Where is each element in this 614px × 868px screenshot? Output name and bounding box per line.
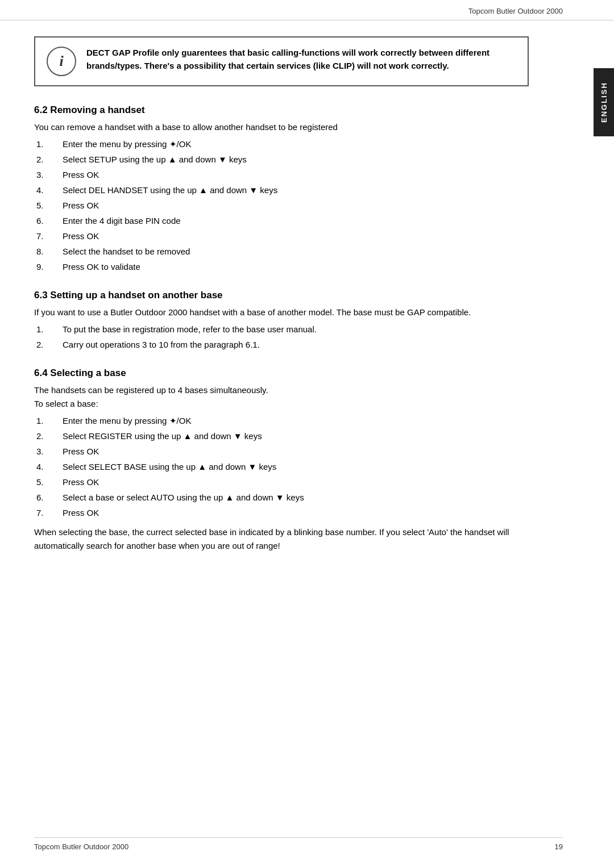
list-item: 7. Press OK <box>34 229 529 243</box>
step-text: Press OK to validate <box>63 260 529 274</box>
step-text: Press OK <box>63 506 529 520</box>
list-item: 4. Select SELECT BASE using the up ▲ and… <box>34 460 529 474</box>
step-text: Enter the 4 digit base PIN code <box>63 214 529 228</box>
section-6-2: 6.2 Removing a handset You can remove a … <box>34 105 529 274</box>
step-number: 7. <box>34 229 63 243</box>
step-text: To put the base in registration mode, re… <box>63 323 529 336</box>
step-number: 6. <box>34 214 63 228</box>
language-tab: ENGLISH <box>594 68 614 136</box>
step-number: 5. <box>34 475 63 489</box>
page-container: Topcom Butler Outdoor 2000 ENGLISH i DEC… <box>0 0 614 868</box>
step-text: Enter the menu by pressing ✦/OK <box>63 414 529 428</box>
section-6-3-heading: 6.3 Setting up a handset on another base <box>34 290 529 301</box>
step-text: Carry out operations 3 to 10 from the pa… <box>63 338 529 352</box>
step-number: 2. <box>34 153 63 166</box>
top-header: Topcom Butler Outdoor 2000 <box>0 0 614 20</box>
list-item: 7. Press OK <box>34 506 529 520</box>
list-item: 3. Press OK <box>34 445 529 458</box>
step-number: 4. <box>34 183 63 197</box>
step-number: 2. <box>34 338 63 352</box>
footer-right: 19 <box>555 842 563 851</box>
list-item: 6. Enter the 4 digit base PIN code <box>34 214 529 228</box>
list-item: 8. Select the handset to be removed <box>34 245 529 258</box>
step-text: Press OK <box>63 445 529 458</box>
section-6-3: 6.3 Setting up a handset on another base… <box>34 290 529 352</box>
list-item: 2. Carry out operations 3 to 10 from the… <box>34 338 529 352</box>
list-item: 1. To put the base in registration mode,… <box>34 323 529 336</box>
section-6-4-intro: The handsets can be registered up to 4 b… <box>34 383 529 411</box>
step-number: 1. <box>34 137 63 151</box>
info-box: i DECT GAP Profile only guarentees that … <box>34 36 529 86</box>
step-text: Press OK <box>63 199 529 212</box>
step-number: 3. <box>34 445 63 458</box>
info-text: DECT GAP Profile only guarentees that ba… <box>86 47 516 72</box>
step-text: Press OK <box>63 475 529 489</box>
step-number: 6. <box>34 491 63 504</box>
step-number: 1. <box>34 414 63 428</box>
section-6-4: 6.4 Selecting a base The handsets can be… <box>34 368 529 553</box>
step-text: Select the handset to be removed <box>63 245 529 258</box>
step-number: 5. <box>34 199 63 212</box>
list-item: 3. Press OK <box>34 168 529 182</box>
section-6-2-intro: You can remove a handset with a base to … <box>34 120 529 134</box>
step-number: 2. <box>34 429 63 443</box>
step-text: Select a base or select AUTO using the u… <box>63 491 529 504</box>
section-6-3-steps: 1. To put the base in registration mode,… <box>34 323 529 352</box>
main-content: i DECT GAP Profile only guarentees that … <box>0 20 580 591</box>
step-number: 1. <box>34 323 63 336</box>
footer-left: Topcom Butler Outdoor 2000 <box>34 842 128 851</box>
list-item: 2. Select REGISTER using the up ▲ and do… <box>34 429 529 443</box>
step-number: 7. <box>34 506 63 520</box>
section-6-4-steps: 1. Enter the menu by pressing ✦/OK 2. Se… <box>34 414 529 520</box>
info-icon: i <box>47 47 76 76</box>
step-text: Select DEL HANDSET using the up ▲ and do… <box>63 183 529 197</box>
list-item: 1. Enter the menu by pressing ✦/OK <box>34 137 529 151</box>
step-text: Select REGISTER using the up ▲ and down … <box>63 429 529 443</box>
list-item: 2. Select SETUP using the up ▲ and down … <box>34 153 529 166</box>
list-item: 5. Press OK <box>34 199 529 212</box>
step-number: 4. <box>34 460 63 474</box>
section-6-4-heading: 6.4 Selecting a base <box>34 368 529 379</box>
step-text: Select SELECT BASE using the up ▲ and do… <box>63 460 529 474</box>
header-title: Topcom Butler Outdoor 2000 <box>468 7 563 15</box>
list-item: 5. Press OK <box>34 475 529 489</box>
step-text: Press OK <box>63 168 529 182</box>
step-text: Select SETUP using the up ▲ and down ▼ k… <box>63 153 529 166</box>
step-text: Press OK <box>63 229 529 243</box>
section-6-2-heading: 6.2 Removing a handset <box>34 105 529 116</box>
section-6-2-steps: 1. Enter the menu by pressing ✦/OK 2. Se… <box>34 137 529 274</box>
list-item: 6. Select a base or select AUTO using th… <box>34 491 529 504</box>
section-6-3-intro: If you want to use a Butler Outdoor 2000… <box>34 306 529 319</box>
section-6-4-note: When selecting the base, the currect sel… <box>34 525 529 553</box>
step-number: 3. <box>34 168 63 182</box>
page-footer: Topcom Butler Outdoor 2000 19 <box>34 837 563 851</box>
list-item: 9. Press OK to validate <box>34 260 529 274</box>
step-text: Enter the menu by pressing ✦/OK <box>63 137 529 151</box>
list-item: 1. Enter the menu by pressing ✦/OK <box>34 414 529 428</box>
step-number: 8. <box>34 245 63 258</box>
list-item: 4. Select DEL HANDSET using the up ▲ and… <box>34 183 529 197</box>
step-number: 9. <box>34 260 63 274</box>
